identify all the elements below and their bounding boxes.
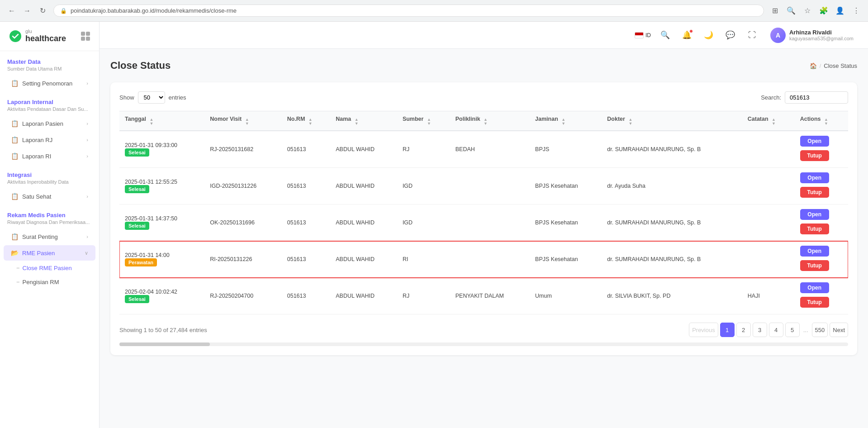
sidebar-item-laporan-pasien[interactable]: 📋 Laporan Pasien › (4, 116, 95, 131)
col-jaminan[interactable]: Jaminan ▲▼ (530, 111, 602, 131)
sidebar-item-setting-penomoran[interactable]: 📋 Setting Penomoran › (4, 76, 95, 91)
chevron-right-icon: › (86, 137, 88, 143)
reload-button[interactable]: ↻ (36, 5, 49, 17)
cell-sumber: IGD (397, 204, 450, 241)
cell-nomor-visit: IGD-20250131226 (204, 168, 281, 204)
translate-icon[interactable]: ⊞ (768, 5, 781, 17)
extensions-icon[interactable]: 🧩 (817, 5, 830, 17)
col-poliklinik[interactable]: Poliklinik ▲▼ (450, 111, 530, 131)
breadcrumb-home-icon: 🏠 (810, 62, 817, 69)
cell-catatan (742, 168, 795, 204)
sidebar-item-label: Setting Penomoran (22, 80, 72, 87)
table-row: 2025-01-31 09:33:00 Selesai RJ-202501316… (119, 131, 848, 168)
cell-nama: ABDUL WAHID (330, 204, 397, 241)
table-card: Show 50 25 100 entries Search: (110, 82, 857, 355)
col-nomor-visit[interactable]: Nomor Visit ▲▼ (204, 111, 281, 131)
laporan-internal-title: Laporan Internal (7, 99, 92, 105)
chevron-down-icon: ∨ (85, 250, 88, 256)
page-button-1[interactable]: 1 (720, 323, 735, 337)
show-label: Show (119, 94, 134, 101)
forward-button[interactable]: → (21, 5, 33, 17)
breadcrumb: 🏠 / Close Status (810, 62, 857, 69)
cell-dokter: dr. SILVIA BUKIT, Sp. PD (602, 278, 742, 314)
search-input[interactable] (785, 91, 848, 104)
page-button-3[interactable]: 3 (753, 323, 767, 337)
cell-no-rm: 051613 (282, 241, 330, 278)
sidebar-section-laporan-internal: Laporan Internal Aktivitas Pendataan Das… (0, 91, 99, 115)
sort-icon: ▲▼ (308, 118, 313, 126)
language-badge[interactable]: ID (635, 32, 651, 38)
table-scroll: Tanggal ▲▼ Nomor Visit ▲▼ No.RM ▲▼ (119, 111, 848, 314)
menu-icon[interactable]: ⋮ (850, 5, 863, 17)
open-button[interactable]: Open (800, 246, 829, 257)
tutup-button[interactable]: Tutup (800, 150, 829, 161)
fullscreen-button[interactable]: ⛶ (745, 28, 759, 43)
profile-icon[interactable]: 👤 (834, 5, 846, 17)
open-button[interactable]: Open (800, 136, 829, 147)
tutup-button[interactable]: Tutup (800, 187, 829, 198)
open-button[interactable]: Open (800, 172, 829, 183)
logo-checkmark-icon (9, 30, 22, 43)
cell-poliklinik (450, 241, 530, 278)
previous-button[interactable]: Previous (689, 323, 718, 337)
cell-sumber: RI (397, 241, 450, 278)
sidebar-item-label: Laporan Pasien (22, 120, 63, 127)
page-button-5[interactable]: 5 (785, 323, 800, 337)
cell-sumber: RJ (397, 131, 450, 168)
cell-nomor-visit: RJ-20250204700 (204, 278, 281, 314)
horizontal-scrollbar[interactable] (119, 342, 848, 346)
sidebar-item-surat-penting[interactable]: 📋 Surat Penting › (4, 229, 95, 244)
sidebar-sub-item-pengisian-rm[interactable]: Pengisian RM (0, 275, 99, 289)
cell-sumber: IGD (397, 168, 450, 204)
open-button[interactable]: Open (800, 282, 829, 293)
sidebar-item-laporan-ri[interactable]: 📋 Laporan RI › (4, 148, 95, 164)
entries-select[interactable]: 50 25 100 (138, 91, 165, 104)
page-button-4[interactable]: 4 (769, 323, 783, 337)
tutup-button[interactable]: Tutup (800, 260, 829, 271)
user-profile-button[interactable]: A Arhinza Rivaldi kaguyasama535@gmail.co… (767, 26, 857, 45)
cell-catatan (742, 131, 795, 168)
table-row: 2025-02-04 10:02:42 Selesai RJ-202502047… (119, 278, 848, 314)
notifications-button[interactable]: 🔔 (680, 28, 694, 43)
col-sumber[interactable]: Sumber ▲▼ (397, 111, 450, 131)
col-dokter[interactable]: Dokter ▲▼ (602, 111, 742, 131)
chevron-right-icon: › (86, 121, 88, 126)
app-header: ID 🔍 🔔 🌙 💬 ⛶ A Arhinza Rivaldi kaguyasam… (100, 22, 868, 49)
search-button[interactable]: 🔍 (658, 28, 673, 43)
sidebar-item-satu-sehat[interactable]: 📋 Satu Sehat › (4, 189, 95, 204)
dark-mode-button[interactable]: 🌙 (702, 28, 716, 43)
cell-poliklinik (450, 168, 530, 204)
search-icon[interactable]: 🔍 (785, 5, 797, 17)
tutup-button[interactable]: Tutup (800, 224, 829, 234)
status-badge: Perawatan (125, 258, 157, 266)
cell-dokter: dr. Ayuda Suha (602, 168, 742, 204)
back-button[interactable]: ← (5, 5, 18, 17)
next-button[interactable]: Next (830, 323, 848, 337)
sidebar-item-rme-pasien[interactable]: 📂 RME Pasien ∨ (4, 245, 95, 261)
sidebar-item-laporan-rj[interactable]: 📋 Laporan RJ › (4, 132, 95, 147)
col-catatan[interactable]: Catatan ▲▼ (742, 111, 795, 131)
page-button-550[interactable]: 550 (812, 323, 828, 337)
chevron-right-icon: › (86, 81, 88, 86)
col-nama[interactable]: Nama ▲▼ (330, 111, 397, 131)
scrollbar-thumb[interactable] (119, 342, 210, 346)
cell-nama: ABDUL WAHID (330, 168, 397, 204)
col-tanggal[interactable]: Tanggal ▲▼ (119, 111, 204, 131)
grid-icon[interactable] (81, 32, 90, 41)
cell-catatan (742, 241, 795, 278)
open-button[interactable]: Open (800, 209, 829, 220)
table-header-row: Tanggal ▲▼ Nomor Visit ▲▼ No.RM ▲▼ (119, 111, 848, 131)
sidebar-sub-item-close-rme[interactable]: Close RME Pasien (0, 261, 99, 275)
page-button-2[interactable]: 2 (736, 323, 751, 337)
cell-tanggal: 2025-02-04 10:02:42 Selesai (119, 278, 204, 314)
url-icon: 🔒 (60, 8, 67, 14)
bookmark-icon[interactable]: ☆ (801, 5, 814, 17)
col-no-rm[interactable]: No.RM ▲▼ (282, 111, 330, 131)
logo-brand: glu (25, 29, 66, 34)
tutup-button[interactable]: Tutup (800, 297, 829, 308)
chevron-right-icon: › (86, 153, 88, 159)
messages-button[interactable]: 💬 (723, 28, 738, 43)
url-bar[interactable]: 🔒 poindatukrajo.batubarakab.go.id/module… (53, 5, 764, 17)
cell-nomor-visit: RJ-20250131682 (204, 131, 281, 168)
laporan-internal-sub: Aktivitas Pendataan Dasar Dan Su... (7, 106, 92, 112)
